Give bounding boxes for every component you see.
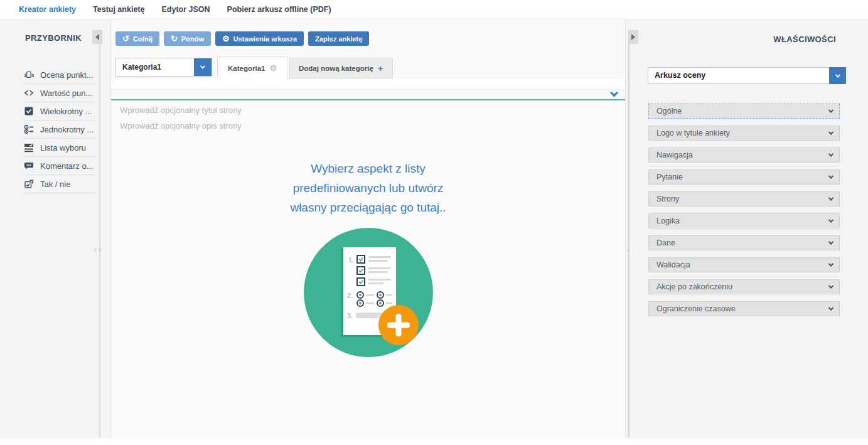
- dropdown-icon: [24, 142, 34, 153]
- survey-header-area: [111, 79, 625, 90]
- chevron-down-icon: [828, 195, 833, 200]
- chevron-down-icon: [828, 239, 833, 244]
- collapse-properties-button[interactable]: [628, 30, 638, 44]
- accordion-label: Logika: [656, 217, 680, 225]
- accordion-label: Logo w tytule ankiety: [656, 129, 730, 137]
- accordion-section-nawigacja[interactable]: Nawigacja: [648, 147, 840, 163]
- tab-pobierz-pdf[interactable]: Pobierz arkusz offline (PDF): [227, 5, 331, 14]
- add-category-tab[interactable]: Dodaj nową kategorię +: [289, 58, 393, 78]
- toolbox-item-boolean[interactable]: Tak / nie: [24, 175, 95, 193]
- workspace: PRZYBORNIK 13 Ocena punkt... Wartość pun…: [0, 19, 868, 438]
- settings-label: Ustawienia arkusza: [233, 35, 297, 43]
- gear-icon: ⚙: [222, 35, 230, 43]
- accordion-section-dane[interactable]: Dane: [648, 235, 840, 250]
- tab-kreator-ankiety[interactable]: Kreator ankiety: [19, 5, 76, 14]
- undo-button[interactable]: ↺ Cofnij: [115, 31, 159, 46]
- page-collapse-button[interactable]: [611, 88, 617, 99]
- chevron-down-icon: [610, 89, 618, 97]
- category-settings-icon[interactable]: ⚙: [269, 63, 277, 73]
- boolean-icon: [24, 179, 34, 189]
- properties-title: WŁAŚCIWOŚCI: [773, 35, 836, 44]
- toolbox-title: PRZYBORNIK: [25, 33, 82, 43]
- toolbox-item-label: Jednokrotny ...: [40, 125, 94, 134]
- toolbox-item-checkbox[interactable]: Wielokrotny ...: [24, 102, 95, 121]
- toolbox-item-value[interactable]: Wartość pun...: [24, 84, 95, 102]
- page-title-input[interactable]: Wprowadź opcjonalny tytuł strony: [120, 105, 242, 115]
- main-tab-bar: Kreator ankiety Testuj ankietę Edytor JS…: [0, 0, 868, 19]
- page-description-input[interactable]: Wprowadź opcjonalny opis strony: [120, 121, 242, 131]
- accordion-section-ogolne[interactable]: Ogólne: [648, 104, 840, 119]
- accordion-label: Ogólne: [656, 107, 682, 115]
- accordion-label: Dane: [656, 239, 675, 247]
- svg-text:1: 1: [24, 73, 26, 78]
- chevron-down-icon: [828, 129, 833, 134]
- checkbox-icon: [24, 106, 34, 116]
- add-category-label: Dodaj nową kategorię: [299, 65, 373, 72]
- designer-panel: ↺ Cofnij ↻ Ponów ⚙ Ustawienia arkusza Za…: [110, 19, 626, 438]
- svg-text:1.: 1.: [348, 256, 354, 264]
- chevron-down-icon: [828, 173, 833, 178]
- accordion-section-strony[interactable]: Strony: [648, 191, 840, 206]
- accordion-label: Akcje po zakończeniu: [656, 282, 732, 291]
- accordion-label: Pytanie: [656, 173, 683, 181]
- category-dropdown[interactable]: Kategoria1: [115, 58, 212, 77]
- properties-accordion: Ogólne Logo w tytule ankiety Nawigacja P…: [648, 104, 840, 323]
- toolbox-item-comment[interactable]: Komentarz o...: [24, 157, 95, 175]
- accordion-section-ograniczenie[interactable]: Ograniczenie czasowe: [648, 301, 840, 316]
- comment-icon: [24, 161, 34, 171]
- svg-text:3: 3: [31, 73, 34, 78]
- accordion-section-walidacja[interactable]: Walidacja: [648, 257, 840, 272]
- chevron-down-icon: [828, 217, 833, 222]
- designer-toolbar: ↺ Cofnij ↻ Ponów ⚙ Ustawienia arkusza Za…: [115, 31, 369, 46]
- empty-page-illustration: 1. 2.: [304, 228, 433, 357]
- accordion-label: Walidacja: [656, 260, 690, 269]
- accordion-section-logo[interactable]: Logo w tytule ankiety: [648, 126, 840, 141]
- object-selector-dropdown[interactable]: Arkusz oceny: [648, 67, 846, 84]
- collapse-toolbox-button[interactable]: [92, 30, 102, 44]
- toolbox-item-label: Wielokrotny ...: [40, 107, 92, 116]
- save-label: Zapisz ankietę: [315, 35, 362, 43]
- rating-icon: 13: [24, 70, 34, 80]
- chevron-down-icon: [828, 305, 833, 310]
- plus-icon: +: [378, 63, 383, 73]
- chevron-down-icon: [828, 151, 833, 156]
- empty-page-message: Wybierz aspekt z listy predefiniowanych …: [111, 159, 625, 217]
- toolbox-list: 13 Ocena punkt... Wartość pun... Wielokr…: [24, 66, 95, 193]
- object-selector-button[interactable]: [829, 67, 846, 84]
- svg-text:2.: 2.: [347, 292, 353, 299]
- category-tab[interactable]: Kategoria1 ⚙: [217, 56, 287, 79]
- page-drop-area[interactable]: Wprowadź opcjonalny tytuł strony Wprowad…: [111, 100, 625, 438]
- chevron-down-icon: [200, 63, 205, 68]
- redo-label: Ponów: [181, 35, 204, 43]
- accordion-section-akcje[interactable]: Akcje po zakończeniu: [648, 279, 840, 294]
- save-survey-button[interactable]: Zapisz ankietę: [308, 31, 369, 46]
- tab-edytor-json[interactable]: Edytor JSON: [161, 5, 210, 14]
- object-selector-value: Arkusz oceny: [655, 68, 705, 83]
- toolbox-item-rating[interactable]: 13 Ocena punkt...: [24, 66, 95, 84]
- toolbox-item-dropdown[interactable]: Lista wyboru: [24, 139, 95, 157]
- right-splitter[interactable]: [628, 30, 630, 438]
- category-tab-label: Kategoria1: [228, 65, 265, 72]
- accordion-section-logika[interactable]: Logika: [648, 213, 840, 228]
- left-splitter[interactable]: [99, 30, 100, 438]
- accordion-section-pytanie[interactable]: Pytanie: [648, 169, 840, 185]
- value-icon: [24, 88, 34, 98]
- category-dropdown-button[interactable]: [194, 58, 212, 76]
- chevron-down-icon: [828, 107, 833, 112]
- tab-testuj-ankiete[interactable]: Testuj ankietę: [93, 5, 144, 14]
- chevron-right-icon: [631, 34, 635, 40]
- survey-settings-button[interactable]: ⚙ Ustawienia arkusza: [215, 31, 304, 46]
- toolbox-item-label: Lista wyboru: [40, 143, 86, 153]
- chevron-left-icon: [95, 34, 99, 40]
- toolbox-item-label: Tak / nie: [40, 180, 70, 189]
- undo-label: Cofnij: [133, 35, 153, 43]
- category-dropdown-value: Kategoria1: [122, 58, 161, 76]
- redo-button[interactable]: ↻ Ponów: [164, 31, 211, 46]
- chevron-down-icon: [828, 283, 833, 288]
- empty-message-line: własny przeciągając go tutaj..: [111, 198, 625, 217]
- accordion-label: Nawigacja: [656, 151, 693, 159]
- empty-message-line: predefiniowanych lub utwórz: [111, 178, 625, 198]
- left-splitter-handle[interactable]: ‹ ›: [94, 245, 102, 254]
- toolbox-item-radiogroup[interactable]: Jednokrotny ...: [24, 121, 95, 139]
- survey-illustration-icon: 1. 2.: [304, 228, 433, 357]
